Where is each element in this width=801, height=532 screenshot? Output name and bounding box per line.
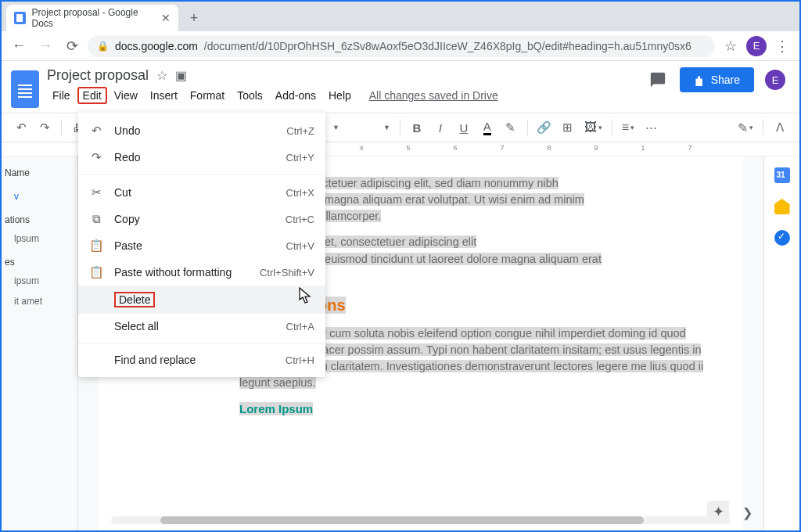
menu-item-icon: 📋	[89, 239, 103, 253]
calendar-icon[interactable]	[774, 167, 790, 183]
browser-tab[interactable]: Project proposal - Google Docs ✕	[6, 5, 178, 31]
menu-item-shortcut: Ctrl+Y	[286, 152, 314, 164]
menu-item-copy[interactable]: ⧉CopyCtrl+C	[78, 206, 325, 232]
menu-item-icon: ↶	[89, 124, 103, 138]
menu-item-paste-without-formatting[interactable]: 📋Paste without formattingCtrl+Shift+V	[78, 259, 325, 286]
tab-close-icon[interactable]: ✕	[161, 12, 171, 24]
keep-icon[interactable]	[774, 199, 790, 214]
menu-item-shortcut: Ctrl+Shift+V	[260, 267, 314, 279]
lock-icon: 🔒	[97, 41, 109, 52]
outline-item[interactable]: lpsum	[9, 228, 73, 249]
menu-bar: FileEditViewInsertFormatToolsAdd-onsHelp…	[47, 87, 639, 104]
menu-add-ons[interactable]: Add-ons	[270, 87, 321, 104]
menu-item-icon: ↷	[89, 150, 103, 164]
menu-item-label: Delete	[114, 292, 155, 307]
menu-item-label: Cut	[114, 186, 275, 199]
menu-item-icon: ✂	[89, 185, 103, 200]
outline-heading[interactable]: es	[5, 257, 68, 268]
menu-item-label: Select all	[114, 320, 275, 332]
back-button[interactable]: ←	[8, 35, 30, 57]
menu-view[interactable]: View	[109, 87, 143, 104]
url-path: /document/d/10DprOhHSH_6zSv8wAoxf5eO3dJI…	[204, 40, 691, 52]
text-color-icon[interactable]: A	[477, 117, 497, 138]
account-avatar[interactable]: E	[765, 70, 785, 90]
tab-title: Project proposal - Google Docs	[32, 7, 150, 29]
italic-icon[interactable]: I	[430, 117, 451, 138]
menu-item-delete[interactable]: Delete	[78, 286, 325, 314]
menu-item-select-all[interactable]: Select allCtrl+A	[78, 314, 325, 339]
edit-menu-dropdown: ↶UndoCtrl+Z↷RedoCtrl+Y✂CutCtrl+X⧉CopyCtr…	[78, 113, 325, 377]
horizontal-scrollbar[interactable]	[111, 516, 731, 524]
editing-mode-icon[interactable]: ✎▾	[735, 120, 756, 135]
font-dropdown[interactable]: ▼	[329, 124, 343, 131]
comment-add-icon[interactable]: ⊞	[558, 117, 578, 138]
size-dropdown[interactable]: ▼	[380, 124, 393, 131]
menu-item-label: Undo	[114, 124, 275, 137]
subheading: Lorem Ipsum	[239, 402, 743, 415]
profile-avatar[interactable]: E	[746, 36, 767, 56]
document-outline: Name v ations lpsum es ipsum it amet	[2, 156, 78, 530]
menu-edit[interactable]: Edit	[77, 87, 107, 104]
reload-button[interactable]: ⟳	[61, 35, 83, 57]
move-folder-icon[interactable]: ▣	[175, 68, 187, 83]
bold-icon[interactable]: B	[407, 117, 427, 138]
menu-item-icon: 📋	[89, 265, 103, 279]
share-button[interactable]: Share	[680, 67, 754, 92]
link-icon[interactable]: 🔗	[534, 117, 555, 138]
more-tools-icon[interactable]: ⋯	[641, 117, 661, 138]
side-panel	[763, 156, 799, 530]
menu-format[interactable]: Format	[185, 87, 230, 104]
docs-favicon	[14, 12, 26, 24]
menu-item-shortcut: Ctrl+H	[286, 354, 314, 366]
menu-item-shortcut: Ctrl+X	[286, 187, 314, 199]
menu-item-find-and-replace[interactable]: Find and replaceCtrl+H	[78, 347, 325, 372]
underline-icon[interactable]: U	[454, 117, 474, 138]
tasks-icon[interactable]	[774, 230, 790, 246]
new-tab-button[interactable]: +	[183, 7, 205, 29]
menu-item-label: Paste	[114, 239, 275, 252]
redo-icon[interactable]: ↷	[34, 117, 55, 138]
menu-insert[interactable]: Insert	[145, 87, 183, 104]
save-status[interactable]: All changes saved in Drive	[369, 89, 498, 102]
browser-menu-icon[interactable]: ⋮	[771, 35, 793, 57]
menu-item-shortcut: Ctrl+Z	[286, 125, 314, 137]
comments-icon[interactable]	[647, 69, 669, 91]
outline-heading[interactable]: ations	[5, 214, 68, 225]
star-icon[interactable]: ☆	[156, 68, 167, 83]
address-bar: ← → ⟳ 🔒 docs.google.com/document/d/10Dpr…	[2, 31, 799, 61]
outline-item[interactable]: ipsum	[9, 271, 73, 291]
menu-item-shortcut: Ctrl+A	[286, 321, 314, 332]
menu-item-label: Copy	[114, 213, 275, 225]
menu-item-label: Find and replace	[114, 354, 275, 366]
align-icon[interactable]: ≡▾	[619, 120, 638, 135]
outline-item[interactable]: v	[9, 186, 73, 207]
outline-item[interactable]: it amet	[9, 291, 73, 311]
highlight-icon[interactable]: ✎	[501, 117, 521, 138]
bookmark-star-icon[interactable]: ☆	[720, 35, 742, 57]
forward-button[interactable]: →	[34, 35, 56, 57]
image-icon[interactable]: 🖼▾	[581, 120, 605, 135]
menu-help[interactable]: Help	[323, 87, 357, 104]
menu-item-cut[interactable]: ✂CutCtrl+X	[78, 179, 325, 206]
menu-item-label: Redo	[114, 151, 275, 164]
collapse-toolbar-icon[interactable]: ᐱ	[770, 117, 790, 138]
menu-item-undo[interactable]: ↶UndoCtrl+Z	[78, 117, 325, 144]
menu-item-label: Paste without formatting	[114, 266, 249, 279]
menu-file[interactable]: File	[47, 87, 76, 104]
browser-tab-bar: Project proposal - Google Docs ✕ +	[2, 2, 799, 31]
menu-item-paste[interactable]: 📋PasteCtrl+V	[78, 232, 325, 259]
outline-heading[interactable]: Name	[5, 167, 68, 178]
docs-logo[interactable]	[11, 70, 39, 108]
url-host: docs.google.com	[115, 40, 198, 52]
menu-item-shortcut: Ctrl+C	[286, 214, 314, 225]
menu-item-redo[interactable]: ↷RedoCtrl+Y	[78, 144, 325, 171]
document-title[interactable]: Project proposal	[47, 67, 149, 84]
menu-item-shortcut: Ctrl+V	[286, 240, 314, 252]
undo-icon[interactable]: ↶	[11, 117, 31, 138]
menu-item-icon: ⧉	[89, 212, 103, 226]
menu-tools[interactable]: Tools	[232, 87, 268, 104]
url-input[interactable]: 🔒 docs.google.com/document/d/10DprOhHSH_…	[88, 35, 715, 57]
